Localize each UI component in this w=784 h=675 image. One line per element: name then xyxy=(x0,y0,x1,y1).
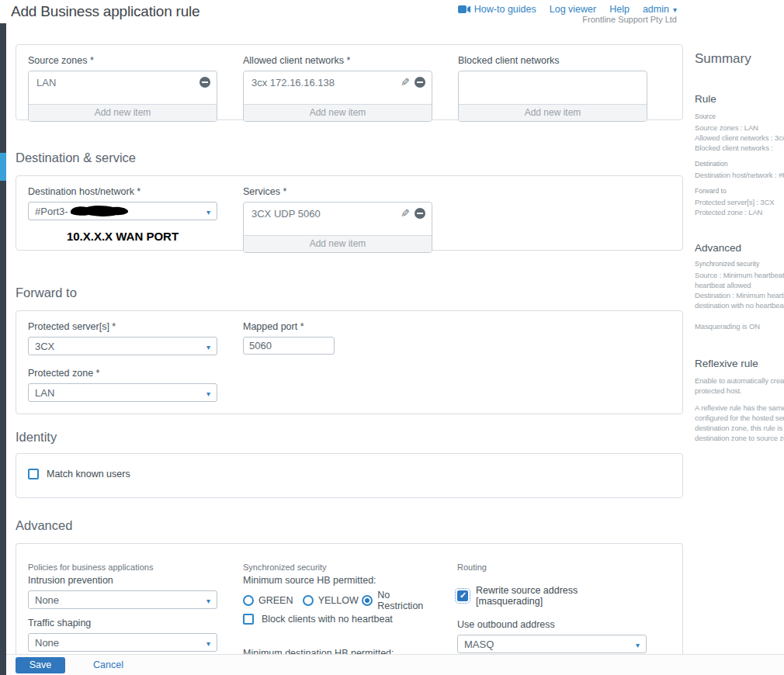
traffic-shaping-label: Traffic shaping xyxy=(28,618,217,628)
summary-sync-caption: Synchronized security xyxy=(695,260,784,268)
remove-item-icon[interactable] xyxy=(415,77,425,88)
destination-host-select[interactable]: #Port3- xyxy=(28,202,217,220)
remove-item-icon[interactable] xyxy=(415,208,425,219)
block-clients-checkbox[interactable] xyxy=(243,614,254,625)
summary-advanced-heading: Advanced xyxy=(695,242,784,254)
protected-zone-select[interactable]: LAN xyxy=(28,383,217,402)
services-label: Services * xyxy=(243,186,432,197)
summary-sidebar: Summary Rule Source Source zones : LAN A… xyxy=(683,23,784,675)
nav-scroll-indicator xyxy=(0,153,6,181)
intrusion-prevention-value: None xyxy=(35,594,59,606)
admin-menu[interactable]: admin xyxy=(643,4,677,15)
forward-to-heading: Forward to xyxy=(16,285,683,300)
source-zones-label: Source zones * xyxy=(28,55,217,66)
forward-card: Protected server[s] * 3CX Protected zone… xyxy=(16,310,683,414)
outbound-address-select[interactable]: MASQ xyxy=(457,635,647,653)
save-button[interactable]: Save xyxy=(16,657,65,673)
howto-guides-link[interactable]: How-to guides xyxy=(458,4,536,15)
remove-item-icon[interactable] xyxy=(199,77,210,88)
rule-form: Source zones * LAN Add new item xyxy=(6,23,683,675)
destination-host-value: #Port3- xyxy=(35,206,68,217)
routing-caption: Routing xyxy=(457,562,647,572)
services-add-button[interactable]: Add new item xyxy=(244,235,432,252)
identity-heading: Identity xyxy=(16,429,683,445)
masquerading-checkbox[interactable] xyxy=(457,590,468,601)
destination-card: Destination host/network * #Port3- 10.X.… xyxy=(16,175,683,251)
outbound-address-label: Use outbound address xyxy=(457,619,647,630)
outbound-address-value: MASQ xyxy=(464,639,494,650)
match-known-users-checkbox[interactable] xyxy=(28,469,39,479)
protected-servers-value: 3CX xyxy=(35,341,54,352)
sync-security-caption: Synchronized security xyxy=(243,562,437,572)
redacted-value xyxy=(68,205,130,217)
source-hb-green-radio[interactable] xyxy=(243,595,254,606)
blocked-networks-add-button[interactable]: Add new item xyxy=(459,104,647,121)
advanced-heading: Advanced xyxy=(16,518,683,533)
collapsed-nav-strip[interactable] xyxy=(0,23,6,675)
source-hb-norestriction-radio[interactable] xyxy=(362,595,373,606)
form-footer: Save Cancel xyxy=(6,654,784,675)
edit-item-icon[interactable] xyxy=(401,207,410,220)
caret-down-icon xyxy=(206,637,210,649)
mapped-port-label: Mapped port * xyxy=(243,321,344,332)
allowed-networks-listbox: 3cx 172.16.16.138 Add new item xyxy=(243,71,432,122)
edit-item-icon[interactable] xyxy=(401,76,410,88)
intrusion-prevention-select[interactable]: None xyxy=(28,590,217,609)
list-item: 3cx 172.16.16.138 xyxy=(252,74,425,90)
service-item-label: 3CX UDP 5060 xyxy=(252,208,401,220)
blocked-networks-listbox: Add new item xyxy=(458,71,647,122)
intrusion-prevention-label: Intrusion prevention xyxy=(28,575,217,586)
protected-servers-label: Protected server[s] * xyxy=(28,321,217,332)
wan-port-annotation: 10.X.X.X WAN PORT xyxy=(28,230,217,243)
caret-down-icon xyxy=(636,639,640,650)
summary-forward-caption: Forward to xyxy=(695,187,784,195)
caret-down-icon xyxy=(206,206,210,217)
destination-service-heading: Destination & service xyxy=(16,150,683,165)
summary-rule-heading: Rule xyxy=(695,93,784,105)
traffic-shaping-select[interactable]: None xyxy=(28,633,217,652)
help-link[interactable]: Help xyxy=(609,4,630,15)
summary-destination-caption: Destination xyxy=(695,160,784,168)
protected-servers-select[interactable]: 3CX xyxy=(28,337,217,355)
summary-reflexive-heading: Reflexive rule xyxy=(695,358,784,369)
source-card: Source zones * LAN Add new item xyxy=(16,44,683,120)
source-zones-listbox: LAN Add new item xyxy=(28,71,217,122)
min-source-hb-label: Minimum source HB permitted: xyxy=(243,575,437,586)
caret-down-icon xyxy=(206,387,210,399)
source-zone-item-label: LAN xyxy=(36,77,199,88)
source-hb-yellow-radio[interactable] xyxy=(303,595,314,606)
services-listbox: 3CX UDP 5060 Add new item xyxy=(243,202,432,253)
block-clients-label: Block clients with no heartbeat xyxy=(262,614,393,625)
page-title: Add Business application rule xyxy=(11,3,199,20)
traffic-shaping-value: None xyxy=(35,637,59,649)
match-known-users-label: Match known users xyxy=(47,469,130,479)
allowed-network-item-label: 3cx 172.16.16.138 xyxy=(252,77,401,88)
policies-caption: Policies for business applications xyxy=(28,562,217,572)
caret-down-icon xyxy=(206,341,210,352)
advanced-card: Policies for business applications Intru… xyxy=(16,543,683,667)
mapped-port-input[interactable] xyxy=(243,337,335,355)
video-camera-icon xyxy=(458,5,470,13)
page-header: Add Business application rule How-to gui… xyxy=(0,0,784,23)
masquerading-label: Rewrite source address [masquerading] xyxy=(476,585,647,607)
summary-masquerading-line: Masquerading is ON xyxy=(695,321,784,331)
howto-guides-label: How-to guides xyxy=(474,4,536,15)
chevron-down-icon xyxy=(673,4,677,15)
list-item: LAN xyxy=(36,74,210,90)
caret-down-icon xyxy=(206,594,210,606)
summary-title: Summary xyxy=(695,51,784,67)
protected-zone-label: Protected zone * xyxy=(28,368,217,379)
account-name: Frontline Support Pty Ltd xyxy=(582,15,677,24)
allowed-networks-add-button[interactable]: Add new item xyxy=(244,104,432,121)
allowed-networks-label: Allowed client networks * xyxy=(243,55,432,66)
blocked-networks-label: Blocked client networks xyxy=(458,55,647,66)
destination-host-label: Destination host/network * xyxy=(28,186,217,197)
list-item: 3CX UDP 5060 xyxy=(252,206,425,221)
header-links: How-to guides Log viewer Help admin xyxy=(458,4,677,15)
source-zones-add-button[interactable]: Add new item xyxy=(29,104,217,121)
cancel-link[interactable]: Cancel xyxy=(93,659,123,670)
summary-source-caption: Source xyxy=(695,112,784,120)
protected-zone-value: LAN xyxy=(35,387,54,399)
log-viewer-link[interactable]: Log viewer xyxy=(550,4,596,15)
identity-card: Match known users xyxy=(16,453,683,498)
